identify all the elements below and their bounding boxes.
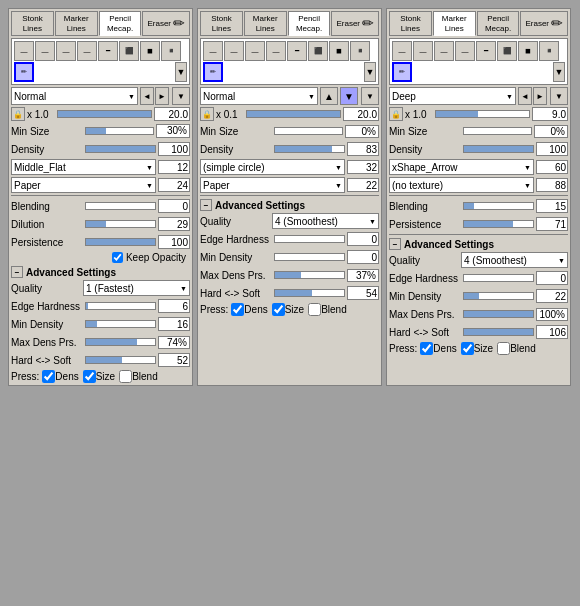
size-slider-3[interactable] xyxy=(435,110,530,118)
density-slider-1[interactable] xyxy=(85,145,156,153)
density-value-1[interactable] xyxy=(158,142,190,156)
tab-pencil-2[interactable]: PencilMecap. xyxy=(288,11,331,36)
size-slider-1[interactable] xyxy=(57,110,152,118)
brush-icon-2-scroll[interactable]: ▼ xyxy=(364,62,376,82)
brush-icon-3-1[interactable]: — xyxy=(392,41,412,61)
brush-icon-3-5[interactable]: ━ xyxy=(476,41,496,61)
min-density-slider-1[interactable] xyxy=(85,320,156,328)
brush-icon-3-7[interactable]: ◼ xyxy=(518,41,538,61)
brush-icon-3-6[interactable]: ⬛ xyxy=(497,41,517,61)
size-value-3[interactable] xyxy=(532,107,568,121)
shape-triangle-down-2[interactable]: ▼ xyxy=(340,87,358,105)
size-lock-3[interactable]: 🔒 xyxy=(389,107,403,121)
size-lock-2[interactable]: 🔒 xyxy=(200,107,214,121)
brush-icon-2-6[interactable]: ⬛ xyxy=(308,41,328,61)
edge-hardness-value-1[interactable] xyxy=(158,299,190,313)
tab-eraser-2[interactable]: Eraser ✏ xyxy=(331,11,379,36)
advanced-toggle-2[interactable]: − xyxy=(200,199,212,211)
shape-dropdown-3[interactable]: xShape_Arrow xyxy=(389,159,534,175)
size-lock-1[interactable]: 🔒 xyxy=(11,107,25,121)
density-value-2[interactable] xyxy=(347,142,379,156)
preset-next-3[interactable]: ► xyxy=(533,87,547,105)
advanced-toggle-1[interactable]: − xyxy=(11,266,23,278)
texture-dropdown-3[interactable]: (no texture) xyxy=(389,177,534,193)
preset-menu-1[interactable]: ▼ xyxy=(172,87,190,105)
persistence-slider-3[interactable] xyxy=(463,220,534,228)
preset-dropdown-2[interactable]: Normal xyxy=(200,87,318,105)
density-slider-2[interactable] xyxy=(274,145,345,153)
minsize-slider-1[interactable] xyxy=(85,127,154,135)
max-dens-slider-1[interactable] xyxy=(85,338,156,346)
tab-pencil-1[interactable]: PencilMecap. xyxy=(99,11,142,36)
edge-hardness-slider-1[interactable] xyxy=(85,302,156,310)
min-density-value-1[interactable] xyxy=(158,317,190,331)
brush-icon-2-5[interactable]: ━ xyxy=(287,41,307,61)
blending-value-1[interactable] xyxy=(158,199,190,213)
brush-icon-1[interactable]: — xyxy=(14,41,34,61)
shape-triangle-up-2[interactable]: ▲ xyxy=(320,87,338,105)
brush-icon-3-2[interactable]: — xyxy=(413,41,433,61)
texture-num-2[interactable] xyxy=(347,178,379,192)
press-blend-cb-2[interactable] xyxy=(308,303,321,316)
brush-icon-scroll[interactable]: ▼ xyxy=(175,62,187,82)
brush-icon-3-4[interactable]: — xyxy=(455,41,475,61)
minsize-slider-3[interactable] xyxy=(463,127,532,135)
texture-num-1[interactable] xyxy=(158,178,190,192)
edge-hardness-slider-2[interactable] xyxy=(274,235,345,243)
brush-icon-5[interactable]: ━ xyxy=(98,41,118,61)
shape-dropdown-2[interactable]: (simple circle) xyxy=(200,159,345,175)
blending-slider-3[interactable] xyxy=(463,202,534,210)
tab-eraser-1[interactable]: Eraser ✏ xyxy=(142,11,190,36)
density-value-3[interactable] xyxy=(536,142,568,156)
min-density-value-2[interactable] xyxy=(347,250,379,264)
size-value-2[interactable] xyxy=(343,107,379,121)
hard-soft-slider-1[interactable] xyxy=(85,356,156,364)
preset-dropdown-1[interactable]: Normal xyxy=(11,87,138,105)
brush-icon-3-8[interactable]: ◾ xyxy=(539,41,559,61)
shape-dropdown-1[interactable]: Middle_Flat xyxy=(11,159,156,175)
shape-num-1[interactable] xyxy=(158,160,190,174)
max-dens-slider-3[interactable] xyxy=(463,310,534,318)
edge-hardness-value-2[interactable] xyxy=(347,232,379,246)
brush-icon-6[interactable]: ⬛ xyxy=(119,41,139,61)
brush-icon-7[interactable]: ◼ xyxy=(140,41,160,61)
dilution-slider-1[interactable] xyxy=(85,220,156,228)
blending-slider-1[interactable] xyxy=(85,202,156,210)
brush-icon-8[interactable]: ◾ xyxy=(161,41,181,61)
size-value-1[interactable] xyxy=(154,107,190,121)
texture-dropdown-2[interactable]: Paper xyxy=(200,177,345,193)
press-size-cb-2[interactable] xyxy=(272,303,285,316)
brush-icon-2[interactable]: — xyxy=(35,41,55,61)
brush-icon-2-2[interactable]: — xyxy=(224,41,244,61)
size-slider-2[interactable] xyxy=(246,110,341,118)
press-blend-cb-1[interactable] xyxy=(119,370,132,383)
preset-next-1[interactable]: ► xyxy=(155,87,169,105)
preset-prev-3[interactable]: ◄ xyxy=(518,87,532,105)
brush-icon-9[interactable]: ✏ xyxy=(14,62,34,82)
brush-icon-3[interactable]: — xyxy=(56,41,76,61)
brush-icon-2-1[interactable]: — xyxy=(203,41,223,61)
blending-value-3[interactable] xyxy=(536,199,568,213)
brush-icon-3-3[interactable]: — xyxy=(434,41,454,61)
min-density-value-3[interactable] xyxy=(536,289,568,303)
brush-icon-3-scroll[interactable]: ▼ xyxy=(553,62,565,82)
persistence-value-1[interactable] xyxy=(158,235,190,249)
hard-soft-slider-3[interactable] xyxy=(463,328,534,336)
max-dens-slider-2[interactable] xyxy=(274,271,345,279)
hard-soft-value-3[interactable] xyxy=(536,325,568,339)
shape-num-2[interactable] xyxy=(347,160,379,174)
density-slider-3[interactable] xyxy=(463,145,534,153)
preset-menu-3[interactable]: ▼ xyxy=(550,87,568,105)
press-dens-cb-2[interactable] xyxy=(231,303,244,316)
press-dens-cb-1[interactable] xyxy=(42,370,55,383)
min-density-slider-3[interactable] xyxy=(463,292,534,300)
preset-dropdown-3[interactable]: Deep xyxy=(389,87,516,105)
preset-prev-1[interactable]: ◄ xyxy=(140,87,154,105)
tab-marker-2[interactable]: MarkerLines xyxy=(244,11,287,36)
brush-icon-2-8[interactable]: ◾ xyxy=(350,41,370,61)
min-density-slider-2[interactable] xyxy=(274,253,345,261)
tab-marker-1[interactable]: MarkerLines xyxy=(55,11,98,36)
brush-icon-3-9[interactable]: ✏ xyxy=(392,62,412,82)
brush-icon-2-7[interactable]: ◼ xyxy=(329,41,349,61)
dilution-value-1[interactable] xyxy=(158,217,190,231)
